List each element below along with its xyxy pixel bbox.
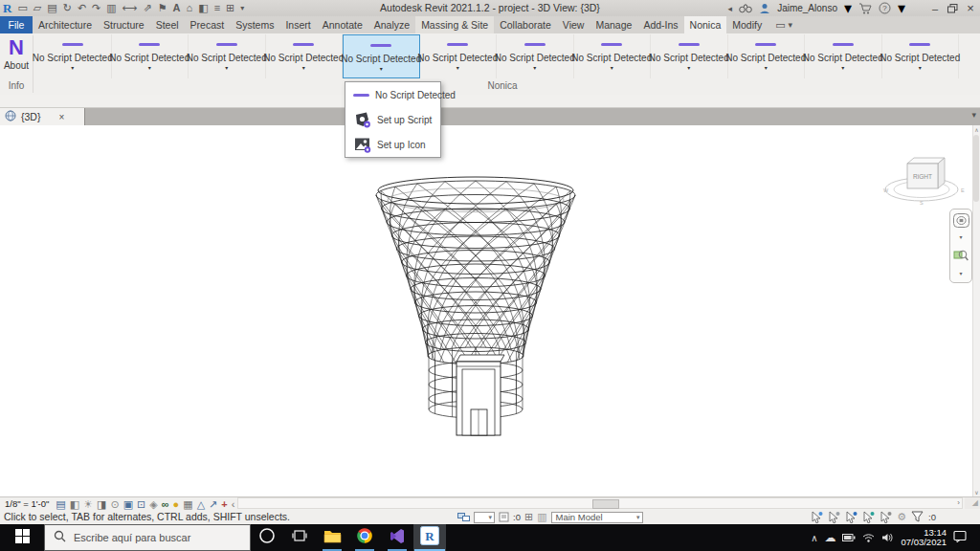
chevron-left-icon[interactable]: ‹ [232,498,235,510]
onedrive-icon[interactable]: ☁ [824,531,835,544]
binoculars-icon[interactable] [739,3,752,13]
no-script-button-1[interactable]: No Script Detected▾ [34,34,112,78]
battery-icon[interactable] [842,534,856,541]
text-icon[interactable]: A [173,3,181,13]
minimize-ribbon-icon[interactable]: ▾ [971,110,976,120]
tab-manage[interactable]: Manage [590,16,637,33]
no-script-button-9[interactable]: No Script Detected▾ [651,34,728,78]
active-workset-select[interactable]: ▾ [474,512,495,523]
no-script-button-4[interactable]: No Script Detected▾ [266,34,344,78]
taskbar-clock[interactable]: 13:14 07/03/2021 [901,528,947,548]
vertical-scrollbar-thumb[interactable] [973,135,979,202]
scale-button[interactable]: 1/8" = 1'-0" [0,498,54,509]
compass-letter[interactable]: W [883,187,889,193]
tab-precast[interactable]: Precast [185,16,231,33]
no-script-button-6[interactable]: No Script Detected▾ [420,34,498,78]
settings-gear-icon[interactable]: ⚙ [897,512,906,522]
viewcube-front-face-label[interactable]: RiGHT [913,173,932,180]
hide-isolate-icon[interactable]: ∞ [160,498,171,510]
collapse-left-icon[interactable]: ◂ [728,4,733,13]
editing-requests-icon[interactable] [499,509,509,526]
tab-collaborate[interactable]: Collaborate [494,16,557,33]
action-center-icon[interactable] [953,529,967,546]
chevron-down-icon[interactable]: ▾ [611,64,613,71]
show-rendering-icon[interactable]: ⊙ [108,498,121,510]
displacement-sets-icon[interactable]: ↗ [207,498,219,510]
chevron-down-icon[interactable]: ▾ [959,270,962,276]
close-view-icon[interactable]: × [58,112,64,122]
menu-item-set-up-script[interactable]: Set up Script [345,107,440,132]
select-pinned-icon[interactable] [845,511,858,523]
about-button[interactable]: About [0,60,33,71]
crop-region-icon[interactable]: ⊡ [135,498,147,510]
temporary-view-properties-icon[interactable]: ▦ [181,498,194,510]
section-icon[interactable]: ◧ [198,3,208,13]
tab-modify[interactable]: Modify [726,16,768,33]
customize-qat-icon[interactable]: ▾ [240,3,244,13]
sync-icon[interactable]: ↻ [63,3,72,13]
crop-view-icon[interactable]: ▣ [122,498,135,510]
viewcube[interactable]: RiGHT WSE [878,145,969,214]
restore-button[interactable] [947,4,958,13]
no-script-button-5[interactable]: No Script Detected▾ [343,34,420,78]
tab-architecture[interactable]: Architecture [33,16,98,33]
design-option-select[interactable]: Main Model▾ [551,512,643,523]
cart-icon[interactable] [858,3,872,14]
save-icon[interactable]: ▤ [47,3,56,13]
user-avatar-icon[interactable] [759,3,770,14]
chevron-down-icon[interactable]: ▾ [533,64,536,71]
taskbar-app-visual-studio[interactable] [381,524,413,551]
horizontal-scrollbar[interactable]: › [237,497,963,509]
no-script-button-12[interactable]: No Script Detected▾ [882,34,960,78]
select-by-face-icon[interactable] [862,511,875,523]
taskbar-app-revit[interactable]: R [413,524,446,551]
tab-massing-site[interactable]: Massing & Site [415,16,494,33]
shadows-off-icon[interactable]: ◨ [95,498,108,510]
signed-in-user[interactable]: Jaime_Alonso [777,3,837,13]
reveal-hidden-icon[interactable]: ● [171,498,182,510]
tab-add-ins[interactable]: Add-Ins [637,16,683,33]
analytical-model-icon[interactable]: △ [195,498,207,510]
no-script-button-8[interactable]: No Script Detected▾ [574,34,652,78]
chevron-down-icon[interactable]: ▾ [919,64,922,71]
measure-icon[interactable]: ⇗ [144,3,152,13]
horizontal-scrollbar-thumb[interactable] [592,499,619,509]
revit-app-icon[interactable]: R [3,2,11,14]
reveal-constraints-icon[interactable]: + [219,498,229,510]
tab-annotate[interactable]: Annotate [317,16,368,33]
drawing-area[interactable]: RiGHT WSE ▾ ▾ ∧ ∨ [0,125,980,496]
modify-extra-tool[interactable]: ▭ ▾ [768,16,792,33]
main-model-icon[interactable]: ▥ [537,512,546,522]
ui-toggle-icon[interactable]: ▭ [17,3,27,13]
chevron-down-icon[interactable]: ▾ [457,64,459,71]
open-icon[interactable]: ▱ [33,3,41,13]
thin-lines-icon[interactable]: ≡ [214,3,220,13]
hidden-icons-icon[interactable]: ∧ [811,533,817,543]
scroll-right-icon[interactable]: › [957,498,960,507]
switch-windows-icon[interactable]: ⊞ [226,3,234,13]
no-script-button-10[interactable]: No Script Detected▾ [728,34,806,78]
compass-letter[interactable]: E [961,187,965,193]
chevron-down-icon[interactable]: ▾ [148,64,151,71]
tab-file[interactable]: File [0,16,33,33]
dimension-icon[interactable]: ⟷ [122,3,138,13]
tab-nonica[interactable]: Nonica [684,16,727,33]
tab-view[interactable]: View [557,16,590,33]
default-3d-view-icon[interactable]: ⌂ [187,3,193,13]
vertical-scrollbar[interactable]: ∧ ∨ [972,125,980,496]
start-button[interactable] [0,524,44,551]
volume-icon[interactable] [881,533,894,542]
print-icon[interactable]: ▥ [106,3,116,13]
compass-letter[interactable]: S [920,200,924,206]
close-button[interactable]: × [964,1,977,15]
zoom-icon[interactable] [953,248,969,266]
filter-icon[interactable] [911,509,924,526]
help-icon[interactable]: ? [879,2,891,14]
chevron-down-icon[interactable]: ▾ [225,64,228,71]
taskbar-app-cortana[interactable] [251,524,283,551]
no-script-button-2[interactable]: No Script Detected▾ [112,34,189,78]
chevron-down-icon[interactable]: ▾ [687,64,690,71]
tab-steel[interactable]: Steel [150,16,185,33]
drag-on-selection-icon[interactable] [880,511,892,523]
sun-path-off-icon[interactable]: ☀ [81,498,95,510]
